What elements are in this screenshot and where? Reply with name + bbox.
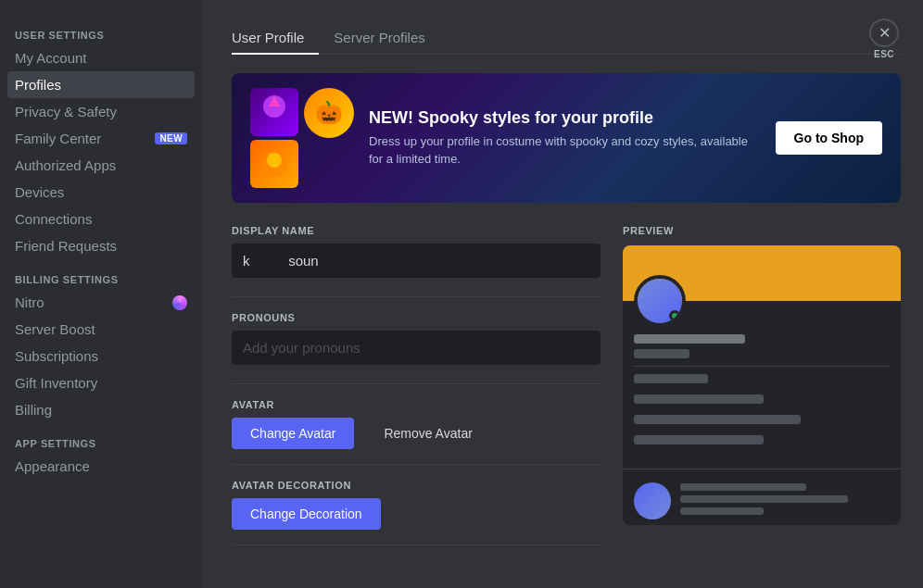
sidebar-item-privacy-safety[interactable]: Privacy & Safety [7,98,195,125]
esc-label: ESC [874,49,894,59]
sidebar-item-server-boost[interactable]: Server Boost [7,316,195,343]
form-section: DISPLAY NAME PRONOUNS AVATAR Change Avat… [232,225,601,560]
preview-avatar [634,275,686,327]
close-icon: ✕ [869,19,899,47]
change-avatar-button[interactable]: Change Avatar [232,418,354,449]
sidebar-item-friend-requests[interactable]: Friend Requests [7,232,195,259]
sidebar-item-label: Gift Inventory [15,375,97,391]
display-name-input[interactable] [232,244,601,278]
banner-art: 🎃 [250,88,354,188]
avatar-decoration-label: AVATAR DECORATION [232,480,601,491]
banner-text: NEW! Spooky styles for your profile Dres… [369,108,761,167]
preview-card [623,245,901,525]
avatar-decoration-buttons: Change Decoration [232,498,601,530]
tab-server-profiles[interactable]: Server Profiles [319,22,439,55]
sidebar-item-label: Family Center [15,131,101,146]
sidebar-item-nitro[interactable]: Nitro [7,289,195,316]
sidebar-item-label: Profiles [15,77,61,93]
preview-avatar-area [623,275,901,461]
sidebar-item-label: Authorized Apps [15,157,116,173]
sidebar-item-my-account[interactable]: My Account [7,44,195,71]
mini-avatar [634,482,671,519]
main-content: ✕ ESC User Profile Server Profiles 🎃 NEW… [202,0,923,588]
sidebar-item-label: Subscriptions [15,348,98,364]
svg-point-3 [267,153,282,168]
preview-name-lines [634,334,890,358]
close-button[interactable]: ✕ ESC [864,19,904,59]
new-badge: NEW [155,132,187,144]
online-status-dot [669,310,680,321]
sidebar-item-label: Devices [15,184,64,200]
sidebar-item-connections[interactable]: Connections [7,206,195,232]
avatar-buttons: Change Avatar Remove Avatar [232,418,601,449]
avatar-label: AVATAR [232,399,601,410]
preview-label: PREVIEW [623,225,901,236]
divider-3 [232,464,601,465]
sidebar-item-label: My Account [15,50,87,66]
sidebar-item-label: Nitro [15,294,44,310]
sidebar-item-profiles[interactable]: Profiles [7,71,195,98]
sidebar: USER SETTINGS My Account Profiles Privac… [0,0,202,588]
promo-banner: 🎃 NEW! Spooky styles for your profile Dr… [232,73,901,203]
app-settings-section-label: APP SETTINGS [7,431,195,453]
content-area: DISPLAY NAME PRONOUNS AVATAR Change Avat… [232,225,901,560]
banner-title: NEW! Spooky styles for your profile [369,108,761,128]
tabs: User Profile Server Profiles [232,22,901,55]
nitro-icon [172,295,187,310]
change-decoration-button[interactable]: Change Decoration [232,498,381,530]
banner-art-card-2 [250,140,298,188]
tab-user-profile[interactable]: User Profile [232,22,319,55]
divider-4 [232,544,601,545]
sidebar-item-family-center[interactable]: Family Center NEW [7,125,195,152]
sidebar-item-label: Billing [15,402,52,418]
sidebar-item-gift-inventory[interactable]: Gift Inventory [7,369,195,396]
go-to-shop-button[interactable]: Go to Shop [776,121,882,155]
sidebar-item-billing[interactable]: Billing [7,396,195,423]
sidebar-item-label: Appearance [15,458,90,474]
banner-subtitle: Dress up your profile in costume with sp… [369,133,761,167]
divider-2 [232,383,601,384]
display-name-label: DISPLAY NAME [232,225,601,236]
billing-settings-section-label: BILLING SETTINGS [7,267,195,289]
preview-section: PREVIEW [623,225,901,560]
sidebar-item-authorized-apps[interactable]: Authorized Apps [7,152,195,179]
user-settings-section-label: USER SETTINGS [7,22,195,44]
banner-art-circle: 🎃 [304,88,354,138]
sidebar-item-label: Friend Requests [15,238,117,254]
preview-mini-profile [623,477,901,525]
divider-1 [232,296,601,297]
sidebar-item-subscriptions[interactable]: Subscriptions [7,343,195,369]
sidebar-item-label: Connections [15,211,92,227]
sidebar-item-label: Privacy & Safety [15,104,117,119]
sidebar-item-devices[interactable]: Devices [7,179,195,206]
banner-art-card-1 [250,88,298,136]
sidebar-item-label: Server Boost [15,321,95,337]
pronouns-label: PRONOUNS [232,312,601,323]
sidebar-item-appearance[interactable]: Appearance [7,453,195,480]
remove-avatar-button[interactable]: Remove Avatar [365,418,490,449]
pronouns-input[interactable] [232,331,601,365]
